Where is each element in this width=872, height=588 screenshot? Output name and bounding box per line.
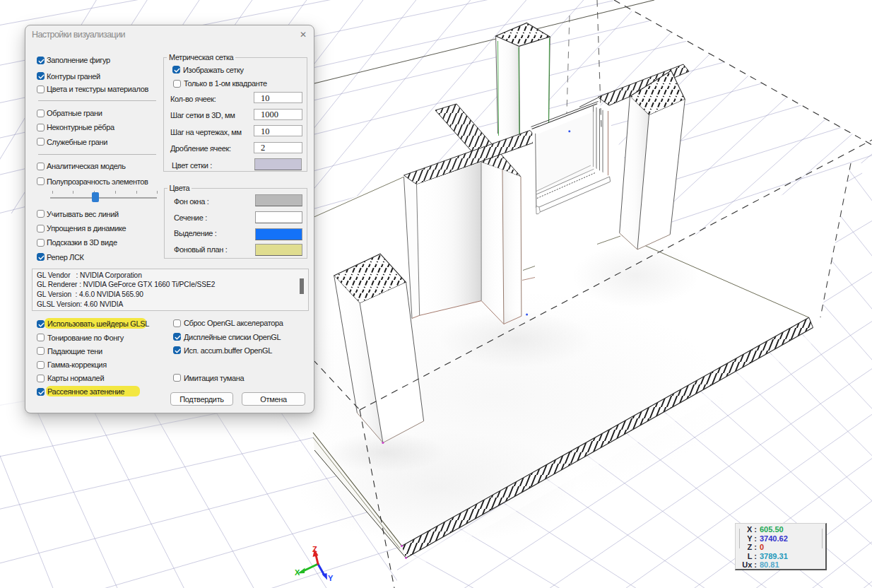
svg-text:Y: Y (328, 574, 334, 582)
svg-text:Z: Z (312, 545, 317, 553)
svg-text:X: X (295, 568, 300, 577)
